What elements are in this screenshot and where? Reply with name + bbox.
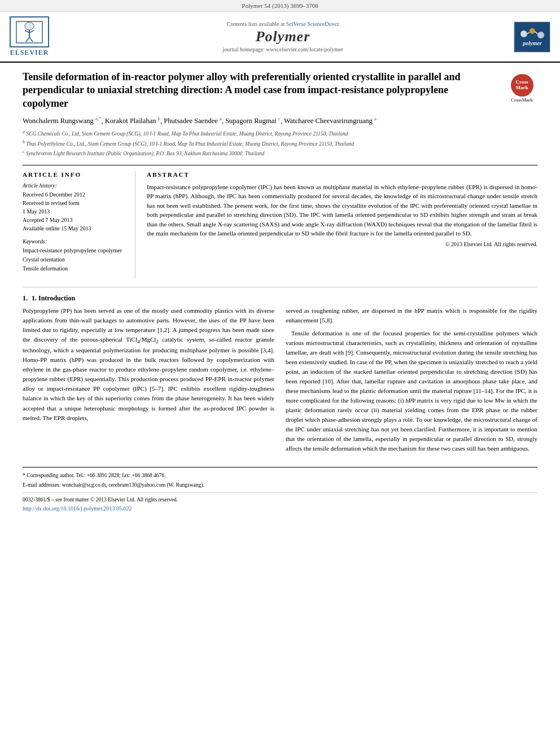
doi-link[interactable]: http://dx.doi.org/10.1016/j.polymer.2013… bbox=[23, 505, 132, 512]
elsevier-logo: ELSEVIER bbox=[7, 16, 52, 57]
svg-line-4 bbox=[29, 30, 34, 33]
email-note: E-mail addresses: wonchalr@scg.co.th, ce… bbox=[23, 482, 537, 489]
svg-point-9 bbox=[530, 28, 535, 34]
section-title: 1. Introduction bbox=[32, 294, 75, 302]
abstract-heading: ABSTRACT bbox=[147, 171, 537, 178]
svg-point-1 bbox=[25, 22, 34, 30]
accepted-date: Accepted 7 May 2013 bbox=[23, 216, 127, 224]
svg-line-3 bbox=[25, 30, 29, 33]
affiliation-a: a SCG Chemicals Co., Ltd, Siam Cement Gr… bbox=[23, 129, 537, 138]
top-bar: Polymer 54 (2013) 3699–3708 bbox=[0, 0, 560, 12]
abstract-copyright: © 2013 Elsevier Ltd. All rights reserved… bbox=[147, 241, 537, 247]
affiliation-c: c Synchrotron Light Research Institute (… bbox=[23, 148, 537, 158]
available-date: Available online 15 May 2013 bbox=[23, 224, 127, 233]
body-col-left: Polypropylene (PP) has been served as on… bbox=[23, 306, 274, 457]
abstract-col: ABSTRACT Impact-resistance polypropylene… bbox=[147, 171, 537, 279]
crossmark-label: CrossMark bbox=[511, 98, 533, 103]
article-content: Tensile deformation of in-reactor polyme… bbox=[0, 63, 560, 519]
footer-area: * Corresponding author. Tel.: +66 3891 2… bbox=[23, 467, 537, 512]
crossmark-icon: CrossMark bbox=[511, 74, 533, 97]
article-info-col: ARTICLE INFO Article history: Received 6… bbox=[23, 171, 135, 279]
body-section: 1. 1. Introduction Polypropylene (PP) ha… bbox=[23, 287, 537, 457]
article-info-heading: ARTICLE INFO bbox=[23, 171, 127, 178]
journal-homepage: journal homepage: www.elsevier.com/locat… bbox=[58, 46, 508, 53]
corresponding-note: * Corresponding author. Tel.: +66 3891 2… bbox=[23, 472, 537, 479]
svg-line-6 bbox=[29, 37, 33, 42]
history-label: Article history: bbox=[23, 182, 127, 189]
keywords-list: Impact-resistance polypropylene copolyme… bbox=[23, 246, 127, 273]
journal-name: Polymer bbox=[58, 28, 508, 45]
revised-date: Received in revised form1 May 2013 bbox=[23, 199, 127, 216]
abstract-text: Impact-resistance polypropylene copolyme… bbox=[147, 182, 537, 238]
article-title-block: Tensile deformation of in-reactor polyme… bbox=[23, 71, 537, 110]
sciverse-line: Contents lists available at SciVerse Sci… bbox=[58, 21, 508, 27]
affiliation-b: b Thai Polyethylene Co., Ltd., Siam Ceme… bbox=[23, 139, 537, 148]
svg-point-8 bbox=[520, 30, 527, 37]
journal-header: ELSEVIER Contents lists available at Sci… bbox=[0, 12, 560, 63]
svg-rect-7 bbox=[515, 23, 549, 51]
intro-para-3: Tensile deformation is one of the focuse… bbox=[286, 329, 537, 454]
doi-line: http://dx.doi.org/10.1016/j.polymer.2013… bbox=[23, 505, 537, 512]
keyword-1: Impact-resistance polypropylene copolyme… bbox=[23, 246, 127, 255]
keyword-2: Crystal orientation bbox=[23, 255, 127, 264]
polymer-logo-box: polymer bbox=[514, 21, 550, 53]
history-section: Article history: Received 6 December 201… bbox=[23, 182, 127, 233]
received-date: Received 6 December 2012 bbox=[23, 190, 127, 199]
svg-line-5 bbox=[26, 37, 29, 42]
journal-center: Contents lists available at SciVerse Sci… bbox=[58, 21, 508, 53]
intro-para-2: served as toughening rubber, are dispers… bbox=[286, 306, 537, 325]
keywords-label: Keywords: bbox=[23, 238, 127, 244]
svg-point-10 bbox=[537, 32, 544, 38]
keywords-section: Keywords: Impact-resistance polypropylen… bbox=[23, 238, 127, 273]
elsevier-logo-box bbox=[10, 16, 49, 47]
section-number: 1. bbox=[23, 294, 28, 302]
keyword-3: Tensile deformation bbox=[23, 264, 127, 273]
intro-heading: 1. 1. Introduction bbox=[23, 294, 537, 303]
article-info-abstract: ARTICLE INFO Article history: Received 6… bbox=[23, 165, 537, 279]
crossmark-badge: CrossMark CrossMark bbox=[506, 73, 537, 104]
article-title-text: Tensile deformation of in-reactor polyme… bbox=[23, 71, 461, 109]
body-col-right: served as toughening rubber, are dispers… bbox=[286, 306, 537, 457]
intro-para-1: Polypropylene (PP) has been served as on… bbox=[23, 306, 274, 423]
svg-text:polymer: polymer bbox=[522, 40, 541, 46]
authors-line: Wonchalerm Rungswang a,*, Korakot Plaila… bbox=[23, 116, 537, 125]
elsevier-wordmark: ELSEVIER bbox=[10, 49, 49, 57]
body-two-col: Polypropylene (PP) has been served as on… bbox=[23, 306, 537, 457]
affiliations-block: a SCG Chemicals Co., Ltd, Siam Cement Gr… bbox=[23, 129, 537, 158]
polymer-logo-right: polymer bbox=[514, 21, 553, 53]
journal-issue: Polymer 54 (2013) 3699–3708 bbox=[242, 2, 318, 9]
sciverse-link[interactable]: SciVerse ScienceDirect bbox=[286, 21, 339, 27]
copyright-line: 0032-3861/$ – see front matter © 2013 El… bbox=[23, 496, 537, 504]
